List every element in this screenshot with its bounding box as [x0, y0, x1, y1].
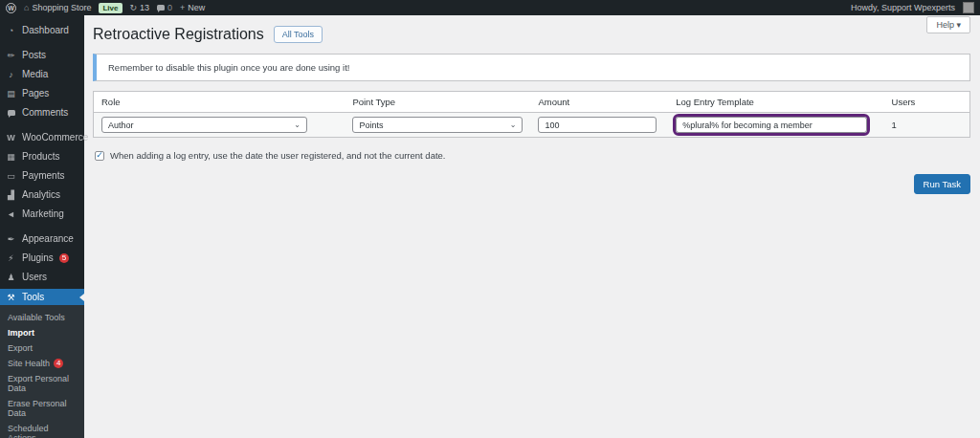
column-header-point-type: Point Type	[345, 92, 530, 113]
chevron-down-icon: ⌄	[510, 120, 517, 129]
sidebar-item-label: Plugins	[22, 252, 54, 263]
plugins-count-badge: 5	[59, 253, 69, 263]
sidebar-item-appearance[interactable]: ✒ Appearance	[0, 231, 84, 246]
run-task-button[interactable]: Run Task	[914, 174, 970, 194]
sidebar-item-marketing[interactable]: ◄ Marketing	[0, 207, 84, 221]
new-label: New	[188, 3, 205, 12]
howdy-account-link[interactable]: Howdy, Support Wpexperts	[851, 3, 955, 12]
submenu-label: Export	[8, 343, 33, 353]
marketing-icon: ◄	[6, 209, 16, 219]
admin-sidebar: ◔ Dashboard ✏ Posts ♪ Media ▤ Pages Comm…	[0, 15, 84, 438]
sidebar-item-products[interactable]: ▦ Products	[0, 149, 84, 164]
sidebar-item-tools[interactable]: ⚒ Tools	[0, 289, 84, 305]
submenu-item-site-health[interactable]: Site Health 4	[0, 356, 84, 371]
submenu-label: Scheduled Actions	[8, 424, 78, 438]
main-content: Help ▾ Retroactive Registrations All Too…	[84, 15, 980, 438]
comments-icon	[6, 108, 16, 118]
sidebar-item-label: Dashboard	[22, 25, 69, 35]
site-name-label: Shopping Store	[32, 3, 91, 12]
plus-icon: +	[180, 4, 185, 12]
sidebar-item-media[interactable]: ♪ Media	[0, 67, 84, 81]
column-header-amount: Amount	[530, 92, 668, 113]
media-icon: ♪	[6, 70, 16, 79]
column-header-role: Role	[94, 92, 345, 113]
role-select-value: Author	[108, 120, 134, 130]
avatar[interactable]	[963, 2, 974, 13]
plugins-icon: ⚡	[6, 253, 16, 263]
table-header-row: Role Point Type Amount Log Entry Templat…	[94, 92, 970, 113]
sidebar-item-payments[interactable]: ▭ Payments	[0, 168, 84, 183]
submenu-item-export[interactable]: Export	[0, 340, 84, 356]
sidebar-item-plugins[interactable]: ⚡ Plugins 5	[0, 251, 84, 265]
submenu-item-available-tools[interactable]: Available Tools	[0, 310, 84, 325]
sidebar-item-label: Analytics	[22, 189, 60, 200]
sidebar-item-label: Pages	[22, 88, 49, 99]
comments-icon	[157, 5, 165, 11]
tools-submenu: Available Tools Import Export Site Healt…	[0, 305, 84, 438]
tools-icon: ⚒	[6, 293, 16, 302]
analytics-icon: ▟	[6, 190, 16, 200]
pages-icon: ▤	[6, 89, 16, 99]
home-icon: ⌂	[24, 4, 29, 12]
woocommerce-icon: W	[6, 133, 16, 142]
sidebar-item-label: Posts	[22, 50, 46, 60]
sidebar-item-label: Comments	[22, 107, 68, 118]
posts-icon: ✏	[6, 51, 16, 60]
point-type-select[interactable]: Points ⌄	[352, 117, 523, 133]
users-count-value: 1	[884, 113, 970, 138]
new-content-button[interactable]: + New	[180, 3, 205, 12]
appearance-icon: ✒	[6, 234, 16, 244]
sidebar-item-label: Users	[22, 272, 47, 282]
updates-count: 13	[140, 3, 149, 12]
point-type-select-value: Points	[359, 120, 383, 130]
products-icon: ▦	[6, 152, 16, 162]
site-health-count-badge: 4	[54, 359, 63, 368]
chevron-down-icon: ⌄	[294, 120, 301, 129]
dashboard-icon: ◔	[6, 26, 16, 35]
checkbox-label: When adding a log entry, use the date th…	[110, 150, 446, 161]
sidebar-item-woocommerce[interactable]: W WooCommerce	[0, 130, 84, 144]
sidebar-item-label: WooCommerce	[22, 132, 88, 142]
updates-icon: ↻	[130, 4, 138, 12]
submenu-label: Export Personal Data	[8, 374, 78, 393]
column-header-users: Users	[884, 92, 970, 113]
sidebar-item-pages[interactable]: ▤ Pages	[0, 86, 84, 100]
log-entry-template-input[interactable]	[676, 117, 867, 133]
all-tools-button[interactable]: All Tools	[274, 26, 323, 43]
comments-link[interactable]: 0	[157, 3, 172, 12]
help-button[interactable]: Help ▾	[926, 16, 970, 33]
use-registration-date-checkbox[interactable]: ✓	[95, 151, 104, 161]
sidebar-item-dashboard[interactable]: ◔ Dashboard	[0, 23, 84, 37]
submenu-label: Available Tools	[8, 313, 65, 322]
submenu-label: Import	[8, 328, 34, 338]
sidebar-item-label: Marketing	[22, 208, 64, 219]
notice-text: Remember to disable this plugin once you…	[108, 62, 349, 73]
submenu-item-scheduled-actions[interactable]: Scheduled Actions	[0, 421, 84, 438]
column-header-log-template: Log Entry Template	[668, 92, 883, 113]
submenu-item-export-personal-data[interactable]: Export Personal Data	[0, 371, 84, 396]
sidebar-item-posts[interactable]: ✏ Posts	[0, 48, 84, 62]
admin-bar: W ⌂ Shopping Store Live ↻ 13 0 + New How…	[0, 0, 980, 15]
sidebar-item-analytics[interactable]: ▟ Analytics	[0, 187, 84, 202]
site-name-link[interactable]: ⌂ Shopping Store	[24, 3, 91, 12]
comments-count: 0	[167, 3, 172, 12]
amount-input[interactable]	[538, 117, 657, 133]
submenu-item-erase-personal-data[interactable]: Erase Personal Data	[0, 396, 84, 421]
table-row: Author ⌄ Points ⌄ 1	[94, 113, 970, 138]
sidebar-item-label: Media	[22, 69, 48, 79]
page-title: Retroactive Registrations	[93, 26, 264, 43]
sidebar-item-comments[interactable]: Comments	[0, 105, 84, 120]
submenu-label: Site Health	[8, 359, 50, 368]
retro-registrations-table: Role Point Type Amount Log Entry Templat…	[93, 91, 970, 138]
sidebar-item-label: Tools	[22, 292, 44, 302]
sidebar-item-label: Products	[22, 151, 59, 162]
info-notice: Remember to disable this plugin once you…	[93, 54, 970, 81]
submenu-item-import[interactable]: Import	[0, 325, 84, 340]
environment-badge: Live	[99, 3, 122, 13]
role-select[interactable]: Author ⌄	[101, 117, 307, 133]
users-icon: ♟	[6, 273, 16, 282]
updates-link[interactable]: ↻ 13	[130, 3, 150, 12]
sidebar-item-users[interactable]: ♟ Users	[0, 270, 84, 284]
sidebar-item-label: Appearance	[22, 233, 74, 244]
wordpress-logo-icon[interactable]: W	[6, 3, 16, 13]
